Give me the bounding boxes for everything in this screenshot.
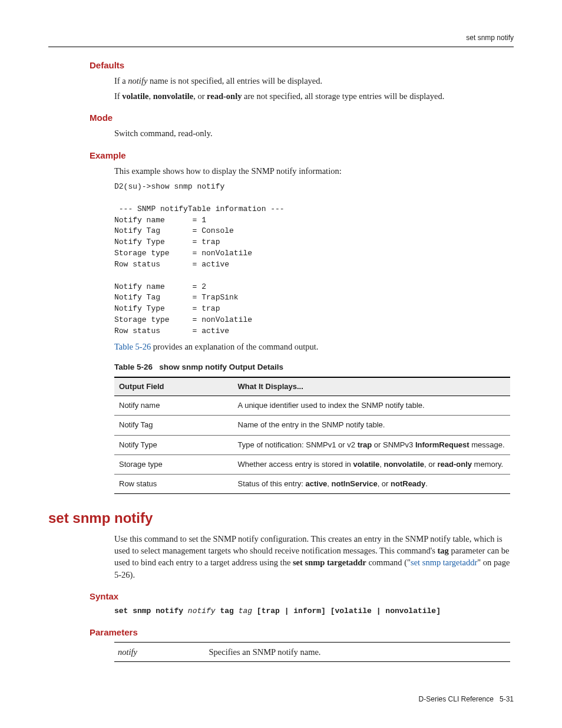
- output-desc-cell: Name of the entry in the SNMP notify tab…: [233, 416, 510, 435]
- table-row: notifySpecifies an SNMP notify name.: [114, 643, 510, 662]
- output-desc-cell: Whether access entry is stored in volati…: [233, 454, 510, 474]
- example-post: Table 5‑26 provides an explanation of th…: [114, 341, 510, 353]
- heading-set-snmp-notify: set snmp notify: [48, 508, 514, 528]
- table-row: Notify TagName of the entry in the SNMP …: [114, 416, 510, 435]
- heading-syntax: Syntax: [48, 590, 514, 602]
- output-field-cell: Notify Type: [114, 435, 233, 454]
- syntax-line: set snmp notify notify tag tag [trap | i…: [114, 606, 510, 617]
- text: command (": [366, 558, 411, 567]
- output-desc-cell: Type of notification: SNMPv1 or v2 trap …: [233, 435, 510, 454]
- defaults-p2: If volatile, nonvolatile, or read-only a…: [114, 90, 510, 102]
- col-what-displays: What It Displays...: [233, 377, 510, 396]
- col-output-field: Output Field: [114, 377, 233, 396]
- table-row: Storage typeWhether access entry is stor…: [114, 454, 510, 474]
- heading-example: Example: [48, 149, 514, 162]
- param-name-cell: notify: [114, 643, 206, 662]
- footer-text: D-Series CLI Reference: [419, 695, 494, 703]
- caption-num: Table 5-26: [114, 363, 153, 371]
- output-desc-cell: Status of this entry: active, notInServi…: [233, 474, 510, 493]
- output-field-cell: Row status: [114, 474, 233, 493]
- table-row: Row statusStatus of this entry: active, …: [114, 474, 510, 493]
- footer-page: 5-31: [500, 695, 514, 703]
- example-code: D2(su)->show snmp notify --- SNMP notify…: [114, 182, 510, 337]
- heading-parameters: Parameters: [48, 626, 514, 638]
- output-details-table: Output Field What It Displays... Notify …: [114, 377, 510, 494]
- heading-mode: Mode: [48, 111, 514, 124]
- header-rule: [48, 47, 514, 47]
- defaults-p1: If a notify name is not specified, all e…: [114, 75, 510, 87]
- text: If: [114, 91, 122, 101]
- example-intro: This example shows how to display the SN…: [114, 165, 510, 177]
- text: are not specified, all storage type entr…: [242, 91, 444, 101]
- table-row: Notify nameA unique identifier used to i…: [114, 396, 510, 416]
- running-header: set snmp notify: [48, 33, 514, 43]
- targetaddr-link[interactable]: set snmp targetaddr: [411, 558, 477, 567]
- text: If a: [114, 76, 128, 85]
- set-desc: Use this command to set the SNMP notify …: [114, 533, 510, 581]
- output-field-cell: Storage type: [114, 454, 233, 474]
- page-footer: D-Series CLI Reference 5-31: [419, 694, 514, 704]
- mode-p: Switch command, read-only.: [114, 127, 510, 139]
- bold: read-only: [207, 91, 242, 101]
- output-field-cell: Notify name: [114, 396, 233, 416]
- output-field-cell: Notify Tag: [114, 416, 233, 435]
- text: ,: [148, 91, 153, 101]
- table-ref-link[interactable]: Table 5‑26: [114, 342, 151, 351]
- heading-defaults: Defaults: [48, 59, 514, 71]
- text: , or: [193, 91, 207, 101]
- param-desc-cell: Specifies an SNMP notify name.: [206, 643, 510, 662]
- bold: volatile: [122, 91, 148, 101]
- parameters-table: notifySpecifies an SNMP notify name.: [114, 642, 510, 662]
- bold: nonvolatile: [153, 91, 193, 101]
- table-row: Notify TypeType of notification: SNMPv1 …: [114, 435, 510, 454]
- caption-title: show snmp notify Output Details: [159, 363, 283, 371]
- table-caption: Table 5-26 show snmp notify Output Detai…: [114, 362, 510, 373]
- text: provides an explanation of the command o…: [151, 342, 318, 351]
- bold: tag: [438, 546, 449, 555]
- notify-italic: notify: [128, 76, 147, 85]
- output-desc-cell: A unique identifier used to index the SN…: [233, 396, 510, 416]
- text: name is not specified, all entries will …: [147, 76, 322, 85]
- bold: set snmp targetaddr: [293, 558, 366, 567]
